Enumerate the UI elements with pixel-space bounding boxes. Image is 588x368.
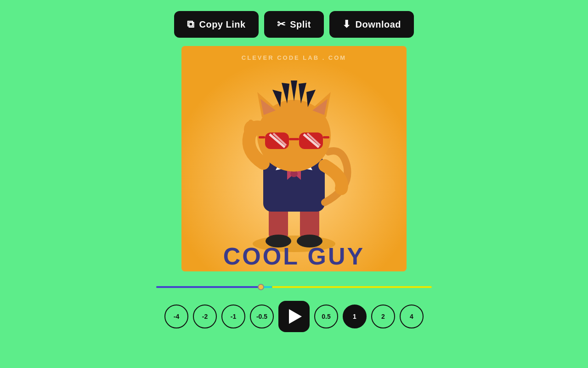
- speed-button-neg4[interactable]: -4: [164, 305, 188, 328]
- svg-rect-32: [249, 120, 253, 130]
- svg-point-11: [290, 171, 298, 177]
- copy-link-label: Copy Link: [199, 19, 245, 30]
- speed-button-1[interactable]: 1: [343, 305, 367, 328]
- speed-button-neg2[interactable]: -2: [193, 305, 217, 328]
- download-label: Download: [355, 19, 401, 30]
- toolbar: ⧉ Copy Link ✂ Split ⬇ Download: [174, 11, 414, 38]
- svg-rect-29: [259, 136, 265, 138]
- timeline-played: [156, 286, 261, 288]
- timeline-track: [156, 286, 432, 288]
- copy-link-button[interactable]: ⧉ Copy Link: [174, 11, 259, 38]
- play-icon: [289, 309, 302, 324]
- media-display: CLEVER CODE LAB . COM: [181, 46, 407, 271]
- speed-button-4[interactable]: 4: [400, 305, 424, 328]
- svg-text:COOL GUY: COOL GUY: [223, 243, 365, 270]
- download-icon: ⬇: [342, 18, 351, 30]
- download-button[interactable]: ⬇ Download: [329, 11, 414, 38]
- speed-button-0-5[interactable]: 0.5: [314, 305, 338, 328]
- speed-button-neg1[interactable]: -1: [221, 305, 245, 328]
- svg-rect-24: [289, 138, 299, 140]
- media-illustration: COOL GUY: [181, 46, 407, 271]
- split-label: Split: [290, 19, 311, 30]
- speed-button-neg0-5[interactable]: -0.5: [250, 305, 274, 328]
- split-button[interactable]: ✂ Split: [264, 11, 324, 38]
- watermark-text: CLEVER CODE LAB . COM: [181, 54, 407, 61]
- copy-link-icon: ⧉: [187, 18, 195, 30]
- timeline[interactable]: [156, 282, 432, 292]
- svg-rect-30: [323, 136, 329, 138]
- playback-controls: -4 -2 -1 -0.5 0.5 1 2 4: [164, 301, 424, 332]
- timeline-remaining: [272, 286, 432, 288]
- play-button[interactable]: [278, 301, 310, 332]
- speed-button-2[interactable]: 2: [371, 305, 395, 328]
- timeline-thumb[interactable]: [258, 284, 264, 290]
- split-icon: ✂: [277, 18, 286, 30]
